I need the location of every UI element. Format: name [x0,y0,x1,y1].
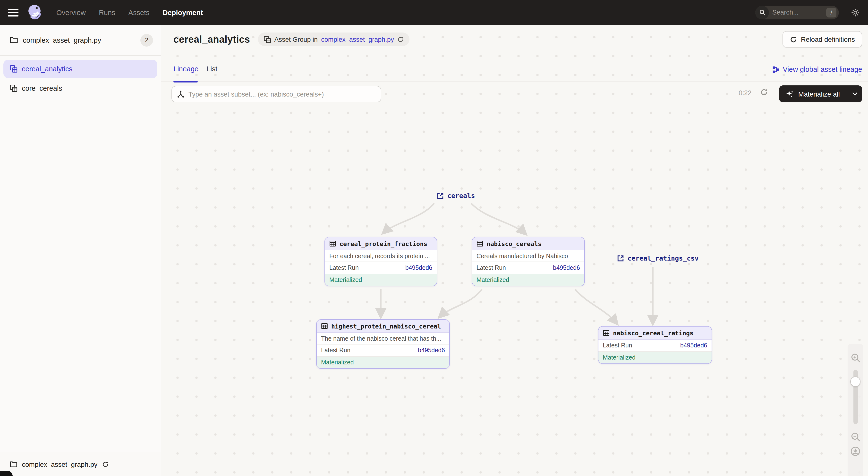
gear-icon[interactable] [850,7,860,17]
code-location-label: complex_asset_graph.py [23,36,141,44]
asset-latest-run-row: Latest Run b495ded6 [325,262,437,274]
group-count-badge: 2 [141,34,153,46]
external-link-icon [437,192,444,199]
top-nav: Overview Runs Assets Deployment Search..… [0,0,868,25]
external-link-icon [617,254,624,262]
dagster-app: Overview Runs Assets Deployment Search..… [0,0,868,476]
latest-run-label: Latest Run [329,265,359,271]
folder-icon [10,36,18,44]
edge-nabisco-cereals-to-cereal-ratings [575,289,617,324]
sidebar-item-label: cereal_analytics [22,65,72,73]
asset-latest-run-row: Latest Run b495ded6 [472,262,584,274]
asset-node-header: highest_protein_nabisco_cereal [317,320,449,333]
dagster-logo-icon[interactable] [26,4,44,21]
asset-description: The name of the nabisco cereal that has … [317,333,449,344]
zoom-out-button[interactable] [850,432,861,442]
asset-description: For each cereal, records its protein ... [325,250,437,262]
table-icon [476,240,483,247]
asset-group-icon [10,84,18,92]
edge-nabisco-cereals-to-highest-protein [439,289,482,317]
zoom-controls [849,351,861,458]
sidebar: complex_asset_graph.py 2 cereal_analytic… [0,25,161,476]
asset-node-nabisco-cereals[interactable]: nabisco_cereals Cereals manufactured by … [472,237,585,286]
asset-latest-run-row: Latest Run b495ded6 [598,340,712,352]
edge-cereals-to-nabisco-cereals [471,203,526,234]
nav-item-runs[interactable]: Runs [99,8,115,16]
nav-item-overview[interactable]: Overview [56,8,86,16]
zoom-slider[interactable] [853,370,858,424]
search-placeholder: Search... [772,9,826,16]
table-icon [321,323,328,330]
edge-cereals-to-protein-fractions [383,203,434,233]
asset-status-badge: Materialized [325,274,437,286]
hamburger-menu-icon[interactable] [8,8,19,16]
asset-status-badge: Materialized [598,352,712,364]
sidebar-item-core-cereals[interactable]: core_cereals [3,79,157,98]
reload-icon[interactable] [102,461,108,468]
run-id-link[interactable]: b495ded6 [418,347,445,354]
external-asset-label: cereals [447,192,475,199]
asset-name: nabisco_cereal_ratings [613,329,693,337]
table-icon [329,240,336,247]
asset-name: nabisco_cereals [487,240,541,247]
run-id-link[interactable]: b495ded6 [405,265,432,271]
zoom-slider-knob[interactable] [850,377,861,387]
sidebar-code-location-row[interactable]: complex_asset_graph.py 2 [0,25,161,56]
main-pane: cereal_analytics Asset Group in complex_… [161,25,868,476]
external-asset-label: cereal_ratings_csv [627,254,699,262]
search-shortcut-badge: / [826,7,836,17]
sidebar-group-list: cereal_analytics core_cereals [0,56,161,98]
lineage-graph-canvas[interactable]: cereals cereal_ratings_csv cereal_pro [161,25,868,476]
asset-status-badge: Materialized [472,274,584,286]
run-id-link[interactable]: b495ded6 [553,265,580,271]
asset-node-highest-protein-nabisco-cereal[interactable]: highest_protein_nabisco_cereal The name … [316,319,450,369]
asset-name: cereal_protein_fractions [340,240,427,247]
asset-description: Cereals manufactured by Nabisco [472,250,584,262]
latest-run-label: Latest Run [476,265,506,271]
asset-node-header: nabisco_cereals [472,237,584,250]
latest-run-label: Latest Run [321,347,350,354]
run-id-link[interactable]: b495ded6 [680,342,707,349]
nav-item-assets[interactable]: Assets [128,8,150,16]
sidebar-footer: complex_asset_graph.py [0,452,161,476]
nav-item-deployment[interactable]: Deployment [163,8,203,16]
footer-code-location-label: complex_asset_graph.py [22,460,97,468]
zoom-in-button[interactable] [850,353,861,363]
external-asset-cereals[interactable]: cereals [437,192,475,199]
table-icon [603,330,610,336]
nav-links: Overview Runs Assets Deployment [56,8,203,16]
latest-run-label: Latest Run [603,342,632,349]
asset-group-icon [10,65,18,73]
sidebar-item-cereal-analytics[interactable]: cereal_analytics [3,60,157,78]
search-icon [755,6,769,19]
sidebar-item-label: core_cereals [22,84,62,92]
folder-icon [10,461,18,468]
asset-node-header: nabisco_cereal_ratings [598,327,712,340]
asset-node-header: cereal_protein_fractions [325,237,437,250]
asset-name: highest_protein_nabisco_cereal [331,322,441,330]
asset-latest-run-row: Latest Run b495ded6 [317,344,449,356]
download-image-button[interactable] [850,446,861,456]
search-input[interactable]: Search... / [755,6,839,19]
asset-status-badge: Materialized [317,356,449,368]
asset-node-cereal-protein-fractions[interactable]: cereal_protein_fractions For each cereal… [324,237,437,286]
asset-node-nabisco-cereal-ratings[interactable]: nabisco_cereal_ratings Latest Run b495de… [598,326,712,364]
nav-right: Search... / [755,6,860,19]
external-asset-cereal-ratings-csv[interactable]: cereal_ratings_csv [617,254,699,262]
